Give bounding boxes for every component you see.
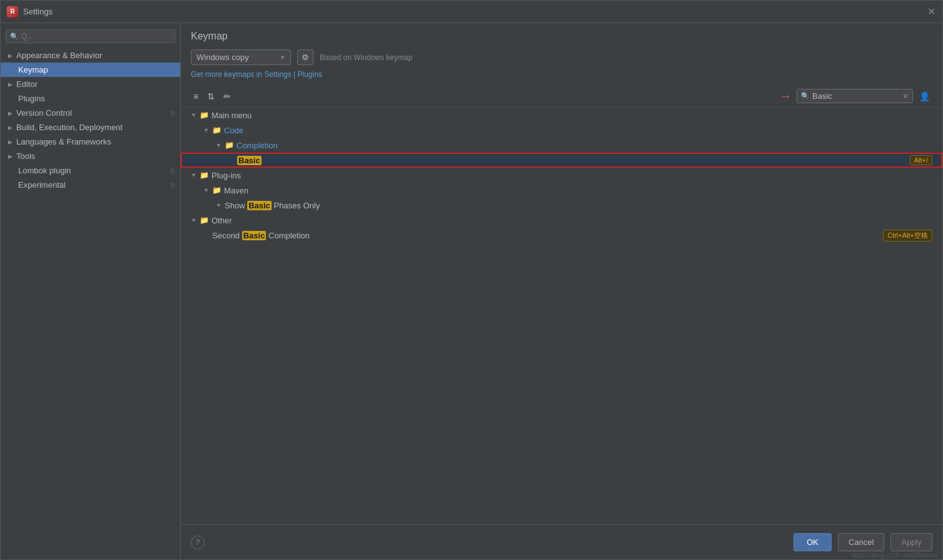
main-panel: Keymap Windows copy ▼ ⚙ Based on Windows…	[181, 23, 942, 559]
chevron-icon: ▼	[216, 142, 222, 148]
help-button[interactable]: ?	[191, 536, 205, 549]
folder-icon: 📁	[225, 141, 234, 150]
sidebar-item-label: Build, Execution, Deployment	[16, 123, 123, 132]
chevron-icon: ▶	[8, 53, 13, 59]
keymap-search-box[interactable]: 🔍 ✕	[797, 89, 913, 103]
sidebar-item-version-control[interactable]: ▶ Version Control ⎘	[1, 106, 180, 120]
folder-icon: 📁	[212, 186, 222, 195]
window-title: Settings	[23, 7, 53, 16]
toolbar-row: ≡ ⇅ ✏ → 🔍 ✕ 👤	[181, 85, 942, 108]
app-icon: R	[7, 6, 18, 18]
find-shortcut-button[interactable]: 👤	[917, 90, 932, 103]
toolbar-right: → 🔍 ✕ 👤	[779, 89, 932, 103]
tree-row-plugins[interactable]: ▼ 📁 Plug-ins	[181, 168, 942, 183]
search-icon: 🔍	[801, 92, 810, 100]
chevron-icon: ▶	[8, 110, 13, 116]
based-on-text: Based on Windows keymap	[320, 53, 412, 62]
title-bar: R Settings ✕	[1, 1, 942, 23]
sidebar-item-editor[interactable]: ▶ Editor	[1, 77, 180, 91]
red-arrow-indicator: →	[779, 89, 792, 103]
chevron-icon: ▼	[216, 202, 222, 208]
chevron-icon: ▼	[191, 112, 197, 118]
chevron-icon: ▼	[203, 187, 210, 193]
sidebar-item-label: Version Control	[16, 108, 72, 118]
sidebar-item-label: Languages & Frameworks	[16, 137, 111, 146]
sidebar-item-plugins[interactable]: Plugins	[1, 91, 180, 106]
sidebar-search-input[interactable]	[21, 32, 171, 41]
tree-label: Show Basic Phases Only	[225, 201, 932, 210]
sidebar-search[interactable]: 🔍	[6, 29, 175, 43]
collapse-all-button[interactable]: ⇅	[205, 90, 217, 103]
sidebar: 🔍 ▶ Appearance & Behavior Keymap ▶ Edito…	[1, 23, 181, 559]
sidebar-item-lombok[interactable]: Lombok plugin ⎘	[1, 163, 180, 178]
tree-label: Basic	[237, 156, 910, 165]
tree-row-show-basic-phases[interactable]: ▼ Show Basic Phases Only	[181, 198, 942, 213]
tree-label: Main menu	[212, 111, 932, 120]
sidebar-item-keymap[interactable]: Keymap	[1, 63, 180, 77]
sidebar-item-label: Appearance & Behavior	[16, 51, 102, 60]
search-icon: 🔍	[10, 33, 19, 41]
watermark: https://blog.csdn.net/iWlnner	[851, 551, 938, 559]
keymap-dropdown[interactable]: Windows copy ▼	[191, 49, 291, 65]
sidebar-item-appearance[interactable]: ▶ Appearance & Behavior	[1, 48, 180, 63]
tree-label: Plug-ins	[212, 171, 932, 180]
get-more-text: Get more keymaps in Settings | Plugins	[191, 70, 322, 79]
get-more-link[interactable]: Get more keymaps in Settings | Plugins	[191, 70, 932, 79]
expand-all-button[interactable]: ≡	[191, 90, 201, 103]
clear-search-button[interactable]: ✕	[902, 92, 909, 101]
sidebar-item-experimental[interactable]: Experimental ⎘	[1, 178, 180, 192]
keymap-select[interactable]: Windows copy	[196, 53, 276, 62]
copy-icon: ⎘	[171, 181, 175, 189]
sidebar-item-label: Plugins	[18, 94, 45, 103]
tree-row-code[interactable]: ▼ 📁 Code	[181, 123, 942, 138]
folder-icon: 📁	[212, 126, 222, 135]
chevron-icon: ▼	[191, 172, 197, 178]
chevron-icon: ▼	[191, 217, 197, 223]
sidebar-item-label: Keymap	[18, 65, 48, 74]
close-button[interactable]: ✕	[926, 7, 936, 17]
tree-row-other[interactable]: ▼ 📁 Other	[181, 213, 942, 228]
keymap-search-input[interactable]	[812, 91, 900, 101]
sidebar-item-label: Lombok plugin	[18, 166, 71, 175]
chevron-spacer	[203, 233, 210, 239]
tree-row-maven[interactable]: ▼ 📁 Maven	[181, 183, 942, 198]
chevron-icon: ▶	[8, 139, 13, 145]
bottom-left: ?	[191, 536, 205, 549]
tree-label: Other	[212, 216, 932, 225]
cancel-button[interactable]: Cancel	[838, 533, 884, 551]
tree-row-second-basic[interactable]: Second Basic Completion Ctrl+Alt+空格	[181, 228, 942, 243]
chevron-icon: ▶	[8, 153, 13, 160]
sidebar-item-tools[interactable]: ▶ Tools	[1, 149, 180, 163]
dropdown-arrow-icon: ▼	[280, 54, 285, 61]
tree-label: Code	[224, 126, 932, 135]
tree-row-completion[interactable]: ▼ 📁 Completion	[181, 138, 942, 153]
apply-button[interactable]: Apply	[890, 533, 932, 551]
shortcut-badge: Alt+/	[910, 155, 932, 165]
chevron-spacer	[228, 157, 235, 163]
keymap-row: Windows copy ▼ ⚙ Based on Windows keymap	[191, 49, 932, 65]
folder-icon: 📁	[200, 111, 209, 120]
gear-button[interactable]: ⚙	[297, 49, 313, 65]
toolbar-left: ≡ ⇅ ✏	[191, 90, 233, 103]
sidebar-item-label: Editor	[16, 79, 38, 89]
sidebar-item-label: Experimental	[18, 180, 66, 190]
edit-shortcut-button[interactable]: ✏	[221, 90, 233, 103]
panel-header: Keymap Windows copy ▼ ⚙ Based on Windows…	[181, 23, 942, 85]
shortcut-badge: Ctrl+Alt+空格	[883, 230, 932, 242]
tree-label: Completion	[237, 141, 932, 150]
tree-label: Maven	[224, 186, 932, 195]
sidebar-item-build[interactable]: ▶ Build, Execution, Deployment	[1, 120, 180, 135]
sidebar-item-languages[interactable]: ▶ Languages & Frameworks	[1, 135, 180, 149]
tree-label: Second Basic Completion	[212, 231, 883, 240]
folder-icon: 📁	[200, 171, 209, 180]
settings-window: R Settings ✕ 🔍 ▶ Appearance & Behavior K…	[0, 0, 943, 560]
ok-button[interactable]: OK	[793, 533, 832, 551]
content-area: 🔍 ▶ Appearance & Behavior Keymap ▶ Edito…	[1, 23, 942, 559]
bottom-right: OK Cancel Apply	[793, 533, 932, 551]
tree-row-basic[interactable]: Basic Alt+/	[181, 153, 942, 168]
tree-area: ▼ 📁 Main menu ▼ 📁 Code ▼ 📁 Completion	[181, 108, 942, 524]
tree-row-main-menu[interactable]: ▼ 📁 Main menu	[181, 108, 942, 123]
sidebar-item-label: Tools	[16, 151, 35, 161]
copy-icon: ⎘	[171, 167, 175, 175]
title-bar-left: R Settings	[7, 6, 53, 18]
